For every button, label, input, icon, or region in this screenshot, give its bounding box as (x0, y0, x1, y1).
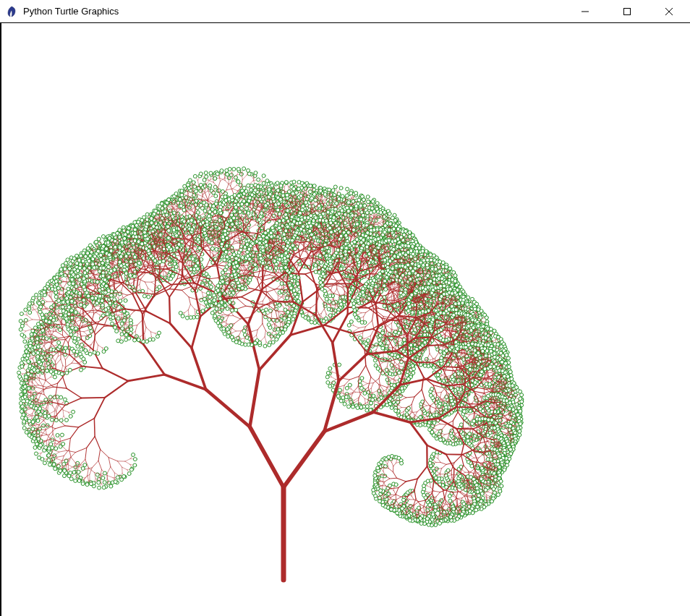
svg-rect-1 (624, 9, 631, 15)
titlebar[interactable]: Python Turtle Graphics (0, 0, 690, 23)
turtle-canvas-area (1, 23, 690, 616)
app-window: Python Turtle Graphics (0, 0, 690, 616)
close-icon (665, 8, 673, 15)
svg-line-2 (665, 8, 673, 15)
maximize-icon (623, 8, 631, 15)
close-button[interactable] (648, 0, 690, 23)
maximize-button[interactable] (606, 0, 648, 23)
window-controls (564, 0, 690, 22)
python-turtle-feather-icon (6, 6, 17, 17)
minimize-button[interactable] (564, 0, 606, 23)
turtle-canvas (1, 23, 690, 616)
svg-line-3 (665, 8, 673, 15)
window-title: Python Turtle Graphics (23, 0, 564, 23)
minimize-icon (582, 8, 589, 15)
